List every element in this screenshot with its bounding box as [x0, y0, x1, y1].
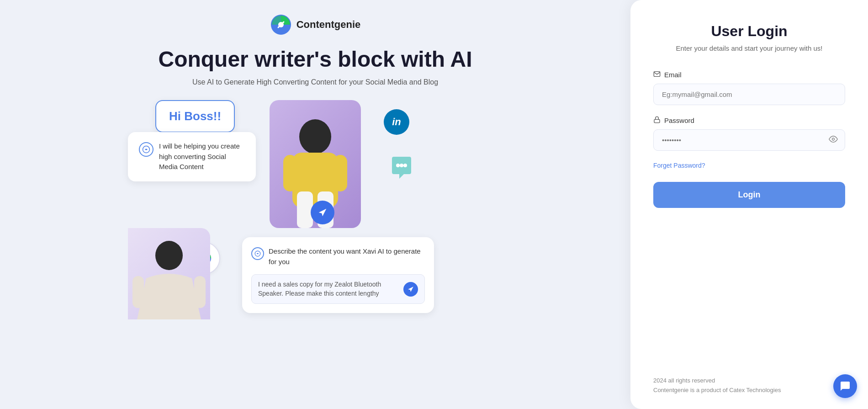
login-title: User Login	[653, 23, 845, 40]
password-input[interactable]	[653, 129, 845, 151]
bottom-chat-input: I need a sales copy for my Zealot Blueto…	[251, 274, 425, 304]
svg-point-14	[155, 241, 183, 270]
svg-point-10	[400, 164, 403, 167]
svg-rect-5	[283, 155, 297, 191]
chat-support-button[interactable]	[833, 374, 857, 398]
login-button[interactable]: Login	[653, 182, 845, 208]
login-panel: User Login Enter your details and start …	[630, 0, 868, 409]
footer-line1: 2024 all rights reserved	[653, 376, 845, 386]
svg-point-19	[832, 138, 835, 140]
assistant-text: I will be helping you create high conver…	[159, 141, 245, 172]
bottom-chat-card: Describe the content you want Xavi AI to…	[242, 237, 434, 313]
bottom-assistant-icon	[251, 247, 264, 260]
assistant-card: I will be helping you create high conver…	[128, 132, 256, 181]
bottom-chat-header: Describe the content you want Xavi AI to…	[251, 246, 425, 267]
password-label-text: Password	[664, 117, 694, 124]
svg-rect-16	[194, 276, 206, 308]
login-subtitle: Enter your details and start your journe…	[653, 44, 845, 52]
forget-password-link[interactable]: Forget Password?	[653, 162, 845, 169]
password-label: Password	[653, 116, 845, 125]
svg-rect-15	[132, 276, 144, 308]
assistant-icon	[139, 142, 153, 157]
ui-mockup: Hi Boss!! I will be helping you create h…	[128, 100, 503, 319]
svg-rect-18	[654, 119, 660, 122]
bottom-input-text: I need a sales copy for my Zealot Blueto…	[258, 280, 399, 298]
password-field-group: Password	[653, 116, 845, 151]
linkedin-badge: in	[384, 109, 409, 135]
email-field-group: Email	[653, 70, 845, 105]
email-label-text: Email	[664, 71, 682, 79]
bottom-person-image	[128, 228, 210, 319]
footer-line2: Contentgenie is a product of Catex Techn…	[653, 386, 845, 395]
send-badge	[311, 201, 334, 224]
hero-title: Conquer writer's block with AI	[158, 47, 472, 72]
svg-point-9	[396, 164, 400, 167]
hi-boss-card: Hi Boss!!	[155, 100, 235, 133]
password-wrapper	[653, 129, 845, 151]
logo-icon	[270, 14, 292, 36]
lock-icon	[653, 116, 661, 125]
footer-text: 2024 all rights reserved Contentgenie is…	[653, 376, 845, 395]
svg-point-11	[403, 164, 407, 167]
hero-subtitle: Use AI to Generate High Converting Conte…	[192, 78, 438, 86]
left-panel: Contentgenie Conquer writer's block with…	[0, 0, 630, 409]
logo-area: Contentgenie	[270, 14, 361, 36]
logo-text: Contentgenie	[296, 19, 361, 31]
bottom-send-button[interactable]	[403, 282, 418, 297]
email-input[interactable]	[653, 84, 845, 105]
speech-bubble-icon	[388, 155, 415, 183]
email-icon	[653, 70, 661, 79]
svg-rect-6	[333, 155, 347, 191]
svg-point-3	[299, 119, 331, 154]
toggle-password-icon[interactable]	[829, 134, 838, 146]
email-label: Email	[653, 70, 845, 79]
bottom-chat-text: Describe the content you want Xavi AI to…	[269, 246, 425, 267]
